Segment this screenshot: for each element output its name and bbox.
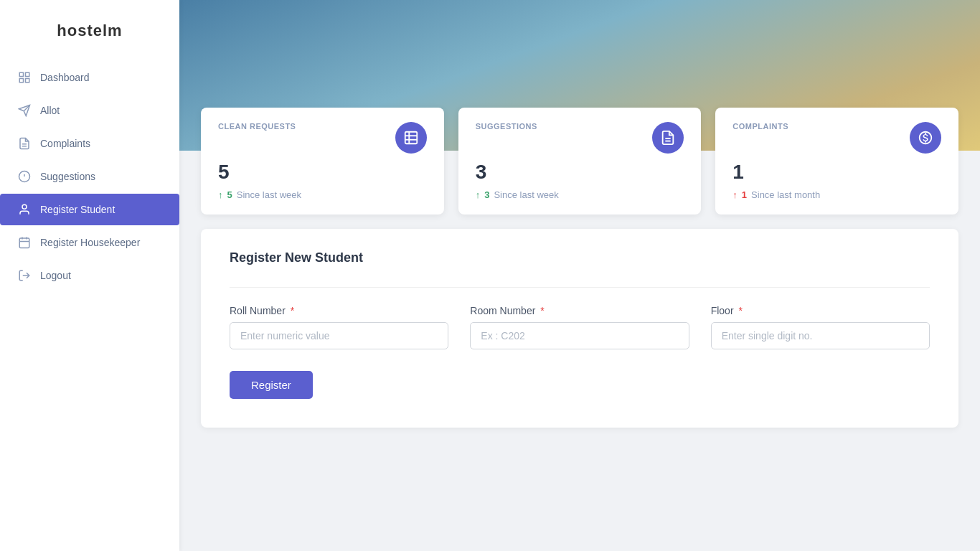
- form-title: Register New Student: [230, 250, 930, 265]
- clean-requests-value: 5: [218, 161, 427, 184]
- complaints-header: COMPLAINTS: [732, 122, 941, 154]
- svg-rect-2: [19, 79, 23, 83]
- sidebar-item-register-student-label: Register Student: [40, 204, 115, 215]
- suggestions-value: 3: [476, 161, 684, 184]
- room-number-label: Room Number *: [470, 305, 689, 316]
- suggestions-icon: [17, 169, 32, 184]
- complaints-trend-value: 1: [742, 189, 747, 200]
- complaints-stat-icon: [910, 122, 941, 154]
- stat-cards: CLEAN REQUESTS 5 5 Since last week: [179, 93, 980, 215]
- sidebar-item-register-housekeeper-label: Register Housekeeper: [40, 237, 140, 248]
- stat-card-suggestions: SUGGESTIONS 3 3 Since last week: [458, 108, 702, 215]
- complaints-trend-icon: ↑: [732, 189, 738, 200]
- suggestions-trend-value: 3: [484, 189, 489, 200]
- main-content: CLEAN REQUESTS 5 5 Since last week: [179, 0, 980, 551]
- floor-label: Floor *: [711, 305, 930, 316]
- app-logo: hostelm: [0, 14, 179, 62]
- roll-number-required: *: [291, 305, 294, 316]
- sidebar-item-suggestions[interactable]: Suggestions: [0, 161, 179, 192]
- room-number-required: *: [540, 305, 544, 316]
- svg-rect-1: [26, 72, 29, 76]
- stat-card-clean-requests: CLEAN REQUESTS 5 5 Since last week: [201, 108, 444, 215]
- sidebar-item-dashboard[interactable]: Dashboard: [0, 62, 179, 93]
- allot-icon: [17, 103, 32, 118]
- form-row-inputs: Roll Number * Room Number * Floor *: [230, 305, 930, 349]
- sidebar-item-logout[interactable]: Logout: [0, 260, 179, 291]
- sidebar-item-dashboard-label: Dashboard: [40, 72, 90, 83]
- suggestions-stat-icon: [652, 122, 684, 154]
- clean-requests-trend-value: 5: [227, 189, 232, 200]
- svg-rect-15: [405, 132, 417, 144]
- clean-requests-footer: 5 Since last week: [218, 189, 427, 200]
- logout-icon: [17, 268, 32, 283]
- clean-requests-trend-icon: [218, 189, 223, 200]
- svg-rect-3: [26, 79, 29, 83]
- sidebar-item-complaints-label: Complaints: [40, 138, 90, 149]
- complaints-icon: [17, 136, 32, 151]
- form-group-roll-number: Roll Number *: [230, 305, 448, 349]
- sidebar-item-register-housekeeper[interactable]: Register Housekeeper: [0, 227, 179, 258]
- complaints-trend-label: Since last month: [751, 189, 820, 200]
- svg-point-9: [22, 204, 27, 209]
- clean-requests-title: CLEAN REQUESTS: [218, 122, 296, 131]
- svg-rect-0: [19, 72, 23, 76]
- roll-number-input[interactable]: [230, 322, 448, 349]
- register-student-icon: [17, 202, 32, 217]
- suggestions-footer: 3 Since last week: [476, 189, 684, 200]
- sidebar-item-complaints[interactable]: Complaints: [0, 128, 179, 159]
- sidebar-item-allot-label: Allot: [40, 105, 60, 116]
- stat-card-complaints: COMPLAINTS 1 ↑ 1 Since last month: [715, 108, 958, 215]
- form-group-floor: Floor *: [711, 305, 930, 349]
- clean-requests-trend-label: Since last week: [237, 189, 301, 200]
- floor-input[interactable]: [711, 322, 930, 349]
- sidebar: hostelm Dashboard Allot Complaints Sugge…: [0, 0, 179, 551]
- suggestions-header: SUGGESTIONS: [476, 122, 684, 154]
- sidebar-nav: Dashboard Allot Complaints Suggestions R…: [0, 62, 179, 291]
- suggestions-trend-icon: [476, 189, 481, 200]
- clean-requests-header: CLEAN REQUESTS: [218, 122, 427, 154]
- suggestions-title: SUGGESTIONS: [476, 122, 537, 131]
- clean-requests-icon: [395, 122, 427, 154]
- register-housekeeper-icon: [17, 235, 32, 250]
- dashboard-icon: [17, 70, 32, 85]
- room-number-input[interactable]: [470, 322, 689, 349]
- sidebar-item-allot[interactable]: Allot: [0, 95, 179, 126]
- svg-rect-10: [19, 238, 29, 248]
- suggestions-trend-label: Since last week: [494, 189, 558, 200]
- register-button[interactable]: Register: [230, 371, 313, 399]
- register-form-card: Register New Student Roll Number * Room …: [201, 229, 958, 428]
- complaints-value: 1: [732, 161, 941, 184]
- content-area: Register New Student Roll Number * Room …: [179, 215, 980, 442]
- roll-number-label: Roll Number *: [230, 305, 448, 316]
- complaints-footer: ↑ 1 Since last month: [732, 189, 941, 200]
- sidebar-item-register-student[interactable]: Register Student: [0, 194, 179, 225]
- floor-required: *: [738, 305, 742, 316]
- sidebar-item-logout-label: Logout: [40, 270, 71, 281]
- sidebar-item-suggestions-label: Suggestions: [40, 171, 95, 182]
- form-divider: [230, 287, 930, 288]
- complaints-title: COMPLAINTS: [732, 122, 788, 131]
- form-group-room-number: Room Number *: [470, 305, 689, 349]
